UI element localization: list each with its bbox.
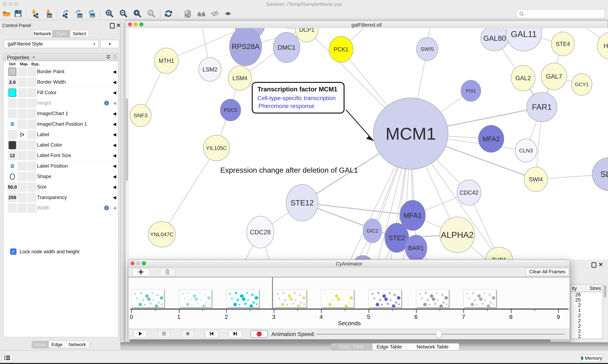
first-neighbors-icon[interactable]	[197, 9, 206, 18]
property-row[interactable]: Label◀	[4, 129, 118, 140]
node-YNL047C[interactable]: YNL047C	[148, 221, 175, 247]
save-session-icon[interactable]	[14, 9, 23, 18]
table-row[interactable]: 2	[571, 334, 603, 339]
property-value-cell[interactable]	[18, 88, 27, 97]
add-frame-button[interactable]	[132, 268, 150, 276]
node-GAL2[interactable]: GAL2	[511, 65, 535, 91]
node-MFA2[interactable]: MFA2	[478, 125, 504, 152]
node-CDC28[interactable]: CDC28	[247, 216, 274, 248]
property-value-cell[interactable]	[18, 130, 27, 139]
expand-row-icon[interactable]: ◀	[113, 171, 116, 182]
property-value-cell[interactable]	[28, 67, 36, 76]
tab-network[interactable]: Network	[65, 341, 89, 348]
node-HAP4[interactable]: HAP4	[597, 32, 608, 60]
collapse-all-icon[interactable]	[113, 54, 117, 60]
timeline[interactable]: 0123456789 Seconds	[129, 277, 570, 328]
animation-speed-slider-thumb[interactable]	[436, 330, 442, 338]
property-value-cell[interactable]	[8, 109, 17, 118]
node-MTH1[interactable]: MTH1	[154, 48, 179, 74]
property-value-cell[interactable]	[18, 193, 27, 202]
table-row[interactable]: 2	[571, 302, 603, 308]
property-value-cell[interactable]	[8, 99, 17, 108]
property-value-cell[interactable]	[28, 162, 36, 171]
expand-row-icon[interactable]: ◀	[113, 203, 116, 213]
expand-row-icon[interactable]: ◀	[113, 77, 116, 87]
network-left-scrollbar[interactable]	[125, 28, 129, 260]
node-unlabeled[interactable]	[353, 256, 373, 260]
frame-thumbnail-5[interactable]	[369, 289, 401, 307]
frame-thumbnail-3[interactable]	[274, 289, 306, 307]
expand-all-icon[interactable]	[106, 54, 111, 60]
table-row[interactable]: 2	[571, 313, 603, 318]
property-value-cell[interactable]	[18, 120, 27, 129]
play-button[interactable]	[134, 330, 147, 338]
property-value-cell[interactable]	[18, 78, 27, 87]
property-value-cell[interactable]: 50.0	[8, 182, 17, 192]
property-value-cell[interactable]	[28, 204, 36, 212]
node-STE4[interactable]: STE4	[551, 32, 574, 56]
node-SNF3[interactable]: SNF3	[130, 104, 151, 127]
float-panel-icon[interactable]	[110, 23, 115, 28]
node-GIC2[interactable]: GIC2	[363, 219, 382, 243]
node-BAR1[interactable]: BAR1	[405, 235, 427, 260]
zoom-selected-icon[interactable]	[147, 9, 156, 18]
property-value-cell[interactable]	[28, 99, 36, 108]
property-value-cell[interactable]	[8, 67, 17, 76]
expand-row-icon[interactable]: ◀	[113, 98, 116, 108]
expand-row-icon[interactable]: ◀	[113, 161, 116, 171]
tab-select[interactable]: Select	[70, 30, 88, 37]
property-row[interactable]: 2.0Border Width◀	[4, 77, 118, 87]
node-TUP1[interactable]: TUP1	[485, 247, 513, 260]
table-row[interactable]: 26	[571, 292, 603, 297]
stop-button[interactable]	[181, 330, 194, 338]
record-button[interactable]	[250, 330, 268, 338]
property-row[interactable]: Fill Color◀	[4, 87, 118, 98]
property-value-cell[interactable]: 255	[8, 193, 17, 202]
expand-row-icon[interactable]: ◀	[113, 182, 116, 192]
property-value-cell[interactable]	[28, 78, 36, 87]
zoom-fit-icon[interactable]	[133, 9, 142, 18]
node-PIS1[interactable]: PIS1	[461, 80, 481, 101]
frame-thumbnail-2[interactable]	[226, 289, 259, 307]
table-row[interactable]: 1	[571, 308, 603, 313]
property-row[interactable]: 50.0Size◀	[4, 182, 118, 192]
property-value-cell[interactable]	[18, 204, 27, 212]
property-value-cell[interactable]	[18, 141, 27, 150]
next-frame-button[interactable]	[229, 330, 242, 338]
table-row[interactable]: 2	[571, 323, 603, 329]
property-value-cell[interactable]	[18, 182, 27, 192]
properties-header[interactable]: Properties ▾	[3, 53, 118, 61]
property-row[interactable]: 255Transparency◀	[4, 192, 118, 203]
property-value-cell[interactable]	[28, 120, 36, 129]
property-value-cell[interactable]	[18, 99, 27, 108]
search-input[interactable]	[526, 11, 605, 17]
refresh-layout-icon[interactable]	[164, 9, 173, 18]
tab-network[interactable]: Network	[33, 30, 52, 37]
annotation-link[interactable]: Pheromone response	[258, 103, 315, 109]
property-value-cell[interactable]	[18, 162, 27, 171]
import-network-icon[interactable]	[29, 9, 38, 18]
table-vscrollbar[interactable]	[603, 284, 607, 339]
panel-menu-button[interactable]	[2, 354, 13, 362]
tab-edge-table[interactable]: Edge Table	[373, 343, 406, 350]
property-row[interactable]: Image/Chart Position 1◀	[4, 119, 118, 130]
import-table-icon[interactable]	[44, 9, 53, 18]
table-row[interactable]: 25	[571, 297, 603, 302]
node-LSM4[interactable]: LSM4	[228, 66, 252, 91]
export-image-icon[interactable]	[87, 9, 96, 18]
property-value-cell[interactable]	[18, 172, 27, 181]
node-CLN3[interactable]: CLN3	[515, 139, 537, 162]
export-table-icon[interactable]	[74, 9, 83, 18]
node-FAR1[interactable]: FAR1	[527, 92, 557, 122]
property-value-cell[interactable]	[28, 193, 36, 202]
node-SWI5[interactable]: SWI5	[416, 38, 438, 61]
expand-row-icon[interactable]: ◀	[113, 108, 116, 119]
frame-thumbnail-0[interactable]	[131, 289, 164, 307]
cyanimator-titlebar[interactable]: CyAnimator	[128, 260, 570, 267]
node-PCK1[interactable]: PCK1	[329, 36, 353, 62]
property-row[interactable]: Label Color◀	[4, 140, 118, 150]
node-GAL7[interactable]: GAL7	[541, 63, 567, 90]
lock-size-row[interactable]: ✓ Lock node width and height	[3, 247, 118, 256]
property-row[interactable]: Label Position◀	[4, 161, 118, 171]
property-value-cell[interactable]	[28, 151, 36, 160]
